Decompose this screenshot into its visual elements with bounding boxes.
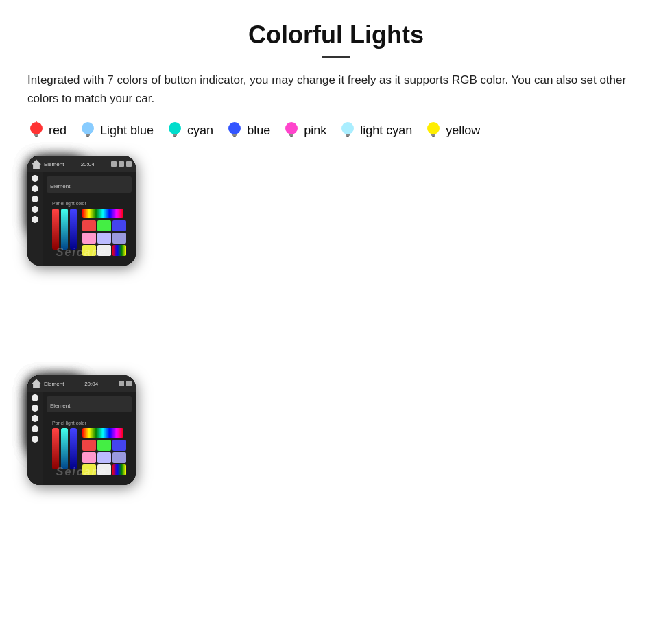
color-bars-container [52,209,77,250]
svg-rect-11 [232,134,237,136]
swatch-red [82,220,96,231]
swatch-white [97,245,111,256]
swatch-green [97,220,111,231]
yellow-bulb-icon [424,120,442,141]
bottom-screen-main: Element 20:04 [27,375,136,485]
svg-rect-8 [173,134,177,136]
svg-rect-15 [290,136,293,137]
svg-rect-12 [233,136,236,137]
bottom-blue-bar [70,428,77,469]
color-swatches-container [82,209,126,256]
b-swatch-lightblue [97,452,111,463]
bottom-rainbow [82,428,123,438]
cyan-color-bar [61,209,68,250]
color-item-blue: blue [226,120,270,141]
bottom-swatches-container [82,428,126,475]
cyan-label: cyan [187,123,213,138]
svg-rect-21 [432,136,435,137]
svg-rect-14 [289,134,293,136]
swatch-lavender [112,233,126,244]
bottom-element-label: Element [50,403,70,409]
red-label: red [49,123,67,138]
color-swatches [82,220,126,256]
b-screen-icon-2 [126,381,132,386]
bottom-side-main [27,392,43,485]
b-swatch-green [97,440,111,451]
page-container: Colorful Lights Integrated with 7 colors… [0,0,672,636]
side-panel-main [27,172,43,266]
bottom-color-bars-container [52,428,77,469]
bottom-home-main [32,379,41,388]
pink-label: pink [304,123,326,138]
pink-bulb-icon [283,120,300,141]
home-icon-main [32,159,41,169]
bm-icon-5 [32,436,38,443]
color-item-pink: pink [283,120,326,141]
rainbow-swatch [82,209,123,218]
svg-rect-6 [86,136,89,137]
bottom-panel-color-label: Panel light color [52,421,126,425]
blue-bulb-icon [226,120,243,141]
screen-time-main: 20:04 [81,161,95,167]
bottom-cyan-bar [61,428,68,469]
svg-rect-18 [346,136,349,137]
side-icon-m1 [32,175,38,182]
b-swatch-white [97,464,111,475]
b-swatch-multi [112,464,126,475]
color-item-lightcyan: light cyan [339,120,412,141]
side-icon-m2 [32,185,38,192]
lightblue-label: Light blue [100,123,154,138]
b-swatch-red [82,440,96,451]
side-icon-m3 [32,196,38,202]
bottom-panel-area: Element Panel light color [43,392,136,485]
element-label-main: Element [50,183,70,189]
top-device-main: Element 20:04 [27,156,136,266]
color-bars [52,209,77,250]
content-header-main: Element [47,176,132,193]
color-item-yellow: yellow [424,120,480,141]
bm-icon-1 [32,394,38,401]
b-swatch-yellow [82,464,96,475]
svg-rect-20 [431,134,435,136]
color-item-lightblue: Light blue [79,120,154,141]
b-swatch-lavender [112,452,126,463]
svg-point-0 [30,122,43,134]
bottom-icons-right [119,381,132,386]
panel-color-section [52,209,126,256]
bottom-panel-color-ui: Panel light color [47,415,132,481]
screen-icon-2 [119,161,124,167]
bottom-device-stack: Ele Element [27,375,645,588]
b-screen-icon-1 [119,381,124,386]
color-indicator-row: red Light blue cyan [27,120,645,141]
svg-rect-2 [35,136,38,137]
color-item-red: red [27,120,67,141]
b-swatch-pink [82,452,96,463]
bottom-time-main: 20:04 [84,381,98,387]
blue-color-bar [70,209,77,250]
color-item-cyan: cyan [166,120,213,141]
svg-point-13 [285,122,298,134]
device-screen-main: Element 20:04 [27,156,136,266]
svg-rect-17 [346,134,350,136]
yellow-label: yellow [446,123,480,138]
panel-color-label: Panel light color [52,201,126,206]
bottom-device-main: Element 20:04 [27,375,136,485]
bottom-content-header: Element [47,396,132,412]
cyan-bulb-icon [166,120,184,141]
screen-title-main: Element [44,161,64,167]
svg-point-16 [341,122,354,134]
panel-color-ui: Panel light color [47,196,132,261]
blue-label: blue [247,123,270,138]
svg-point-4 [82,122,94,134]
b-swatch-blue [112,440,126,451]
bottom-topbar-main: Element 20:04 [27,375,136,392]
top-device-stack: El Element [27,156,645,355]
screen-icons-right [111,161,132,167]
lightcyan-label: light cyan [360,123,412,138]
screen-topbar-main: Element 20:04 [27,156,136,172]
red-bulb-icon [27,120,45,141]
svg-point-10 [228,122,241,134]
screen-icon-3 [126,161,132,167]
svg-rect-1 [34,134,38,136]
lightcyan-bulb-icon [339,120,357,141]
